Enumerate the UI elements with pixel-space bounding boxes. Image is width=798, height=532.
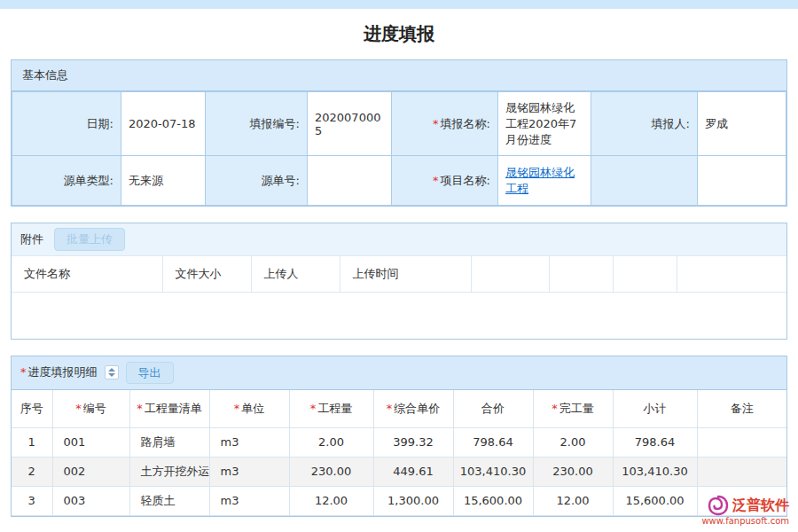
cell-boq: 轻质土	[129, 486, 209, 515]
table-row: 1 001 路肩墙 m3 2.00 399.32 798.64 2.00 798…	[12, 427, 786, 457]
column-subtotal: *小计	[613, 390, 697, 427]
cell-total-price: 103,410.30	[453, 457, 533, 486]
source-type-value: 无来源	[121, 156, 206, 206]
column-file-size: 文件大小	[162, 255, 251, 292]
cell-unit-price: 399.32	[373, 427, 453, 457]
required-marker: *	[20, 365, 27, 379]
cell-boq: 路肩墙	[129, 427, 209, 457]
export-button[interactable]: 导出	[126, 362, 174, 385]
cell-completed: 2.00	[533, 427, 613, 457]
cell-remark	[697, 457, 786, 486]
cell-unit: m3	[209, 457, 289, 486]
empty-value-cell	[698, 156, 786, 206]
column-uploader: 上传人	[251, 255, 340, 292]
brand-name: 泛普软件	[732, 497, 789, 513]
column-empty	[677, 255, 786, 292]
cell-subtotal: 103,410.30	[613, 457, 697, 486]
basic-info-header: 基本信息	[12, 60, 786, 91]
attachments-section: 附件 批量上传 文件名称 文件大小 上传人 上传时间	[11, 223, 787, 340]
column-empty	[549, 255, 613, 292]
cell-subtotal: 798.64	[613, 427, 697, 457]
required-marker: *	[552, 402, 558, 415]
cell-unit-price: 449.61	[373, 457, 453, 486]
column-code: *编号	[52, 390, 129, 427]
column-completed: *完工量	[533, 390, 613, 427]
reporter-label: *填报人:	[591, 92, 698, 156]
cell-quantity: 12.00	[289, 486, 373, 515]
basic-info-table: *日期: 2020-07-18 *填报编号: 2020070005 *填报名称:…	[12, 91, 786, 206]
basic-info-row-2: *源单类型: 无来源 *源单号: *项目名称: 晟铭园林绿化工程	[12, 156, 786, 206]
column-upload-time: 上传时间	[340, 255, 471, 292]
basic-info-row-1: *日期: 2020-07-18 *填报编号: 2020070005 *填报名称:…	[12, 92, 786, 156]
column-remark: *备注	[697, 390, 786, 427]
column-empty	[471, 255, 549, 292]
cell-code: 001	[52, 427, 129, 457]
cell-code: 003	[52, 486, 129, 515]
required-marker: *	[310, 402, 317, 415]
cell-completed: 230.00	[533, 457, 613, 486]
source-type-label: *源单类型:	[12, 156, 121, 206]
report-name-label: *填报名称:	[392, 92, 498, 156]
project-name-link[interactable]: 晟铭园林绿化工程	[505, 166, 575, 195]
cell-seq: 1	[12, 427, 52, 457]
cell-unit: m3	[209, 486, 289, 515]
date-value: 2020-07-18	[121, 92, 206, 156]
progress-detail-title: *进度填报明细	[20, 364, 98, 380]
empty-label-cell	[591, 156, 698, 206]
column-total-price: *合价	[453, 390, 533, 427]
project-name-cell: 晟铭园林绿化工程	[498, 156, 591, 206]
reporter-value: 罗成	[698, 92, 786, 156]
column-boq: *工程量清单	[129, 390, 209, 427]
cell-subtotal: 15,600.00	[613, 486, 697, 515]
fanpu-logo-icon	[708, 495, 729, 516]
column-seq: *序号	[12, 390, 52, 427]
cell-unit: m3	[209, 427, 289, 457]
attachments-header: 附件 批量上传	[12, 223, 786, 255]
progress-detail-header: *进度填报明细 导出	[12, 356, 786, 391]
batch-upload-button[interactable]: 批量上传	[54, 228, 125, 251]
column-quantity: *工程量	[289, 390, 373, 427]
cell-remark	[697, 427, 786, 457]
brand-url: www.fanpusoft.com	[701, 516, 789, 527]
table-row: 2 002 土方开挖外运 m3 230.00 449.61 103,410.30…	[12, 457, 786, 486]
attachments-header-row: 文件名称 文件大小 上传人 上传时间	[12, 255, 786, 292]
attachments-table: 文件名称 文件大小 上传人 上传时间	[12, 255, 786, 293]
date-label: *日期:	[12, 92, 121, 156]
cell-total-price: 798.64	[453, 427, 533, 457]
cell-quantity: 2.00	[289, 427, 373, 457]
cell-seq: 2	[12, 457, 52, 486]
required-marker: *	[433, 117, 439, 130]
progress-detail-section: *进度填报明细 导出 *序号 *编号 *工程量清单 *单位 *工程量 *综合单价…	[11, 356, 787, 517]
basic-info-section: 基本信息 *日期: 2020-07-18 *填报编号: 2020070005 *…	[11, 59, 787, 207]
report-name-value: 晟铭园林绿化工程2020年7月份进度	[498, 92, 591, 156]
source-number-value	[308, 156, 392, 206]
cell-total-price: 15,600.00	[453, 486, 533, 515]
cell-quantity: 230.00	[289, 457, 373, 486]
required-marker: *	[234, 402, 240, 415]
arrow-down-icon	[108, 373, 115, 377]
cell-unit-price: 1,300.00	[373, 486, 453, 515]
column-empty	[613, 255, 677, 292]
required-marker: *	[387, 402, 393, 415]
cell-code: 002	[52, 457, 129, 486]
project-name-label: *项目名称:	[392, 156, 498, 206]
cell-completed: 12.00	[533, 486, 613, 515]
brand-watermark: 泛普软件 www.fanpusoft.com	[701, 495, 789, 527]
required-marker: *	[137, 402, 143, 415]
column-unit: *单位	[209, 390, 289, 427]
column-unit-price: *综合单价	[373, 390, 453, 427]
arrow-up-icon	[108, 368, 115, 372]
cell-boq: 土方开挖外运	[129, 457, 209, 486]
attachments-empty-body	[12, 293, 786, 339]
required-marker: *	[75, 402, 82, 415]
detail-header-row: *序号 *编号 *工程量清单 *单位 *工程量 *综合单价 *合价 *完工量 *…	[12, 390, 786, 427]
sort-spinner-icon[interactable]	[105, 365, 119, 379]
table-row: 3 003 轻质土 m3 12.00 1,300.00 15,600.00 12…	[12, 486, 786, 515]
report-number-label: *填报编号:	[206, 92, 308, 156]
top-accent-bar	[0, 0, 798, 9]
page-title: 进度填报	[0, 22, 798, 46]
report-number-value: 2020070005	[308, 92, 392, 156]
source-number-label: *源单号:	[206, 156, 308, 206]
required-marker: *	[433, 174, 439, 187]
cell-seq: 3	[12, 486, 52, 515]
